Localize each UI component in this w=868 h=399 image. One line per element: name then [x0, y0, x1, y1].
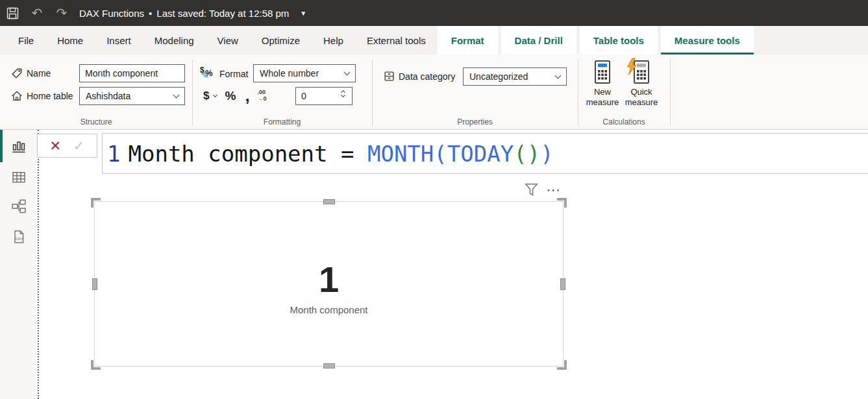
format-row: $ % ✎ Format [200, 67, 248, 80]
resize-handle-top-right[interactable] [557, 198, 567, 208]
number-format-buttons: $ % , .00 →0 [203, 89, 267, 103]
sidebar-divider [38, 130, 39, 399]
active-view-indicator [0, 130, 3, 162]
resize-handle-left[interactable] [92, 278, 97, 290]
data-category-value: Uncategorized [469, 71, 528, 82]
tab-optimize[interactable]: Optimize [253, 26, 308, 54]
formula-token: Month component [128, 141, 327, 167]
visual-filter-icon[interactable] [525, 183, 538, 200]
dax-formula-bar[interactable]: 1Month component = MONTH(TODAY()) [102, 133, 868, 174]
save-button[interactable] [0, 0, 25, 26]
card-visual[interactable]: 1 Month component [94, 201, 564, 367]
home-table-dropdown[interactable]: Ashishdata [79, 87, 185, 105]
cancel-formula-icon[interactable]: ✕ [50, 138, 62, 154]
chevron-down-icon [555, 72, 562, 79]
new-measure-button[interactable]: New measure [583, 60, 622, 108]
tab-home[interactable]: Home [49, 26, 92, 54]
format-dropdown[interactable]: Whole number [253, 64, 356, 82]
tab-view[interactable]: View [209, 26, 247, 54]
tab-help[interactable]: Help [315, 26, 352, 54]
resize-handle-top-left[interactable] [91, 198, 101, 208]
sidebar-item-dax-query-view[interactable]: DAX [10, 228, 27, 245]
formula-action-buttons: ✕ ✓ [37, 134, 97, 158]
formula-token: = [328, 141, 367, 167]
redo-icon: ↷ [56, 6, 68, 19]
lightning-bolt-icon [625, 58, 638, 76]
thousands-separator-button[interactable]: , [245, 91, 249, 101]
home-table-value: Ashishdata [86, 91, 130, 101]
measure-name-input[interactable] [79, 64, 185, 82]
group-divider [372, 60, 373, 126]
visual-more-options-icon[interactable]: ⋯ [546, 182, 561, 199]
dax-query-view-icon: DAX [11, 229, 27, 245]
svg-text:DAX: DAX [16, 237, 23, 241]
commit-formula-icon[interactable]: ✓ [73, 138, 85, 154]
resize-handle-bottom[interactable] [323, 363, 335, 369]
data-view-icon [11, 169, 27, 185]
format-value: Whole number [260, 68, 319, 79]
card-label: Month component [95, 304, 563, 315]
data-category-label: Data category [399, 71, 455, 82]
card-value: 1 [95, 261, 563, 298]
tab-file[interactable]: File [10, 26, 42, 54]
properties-group-label: Properties [372, 117, 578, 127]
redo-button[interactable]: ↷ [49, 0, 74, 26]
ribbon: Name Home table Ashishdata Structure $ %… [0, 54, 868, 130]
chevron-down-icon [173, 91, 180, 98]
powerbi-window: ↶ ↷ DAX Functions • Last saved: Today at… [0, 0, 868, 399]
formula-token: TODAY [447, 141, 514, 167]
currency-chevron-icon[interactable] [213, 92, 217, 97]
chevron-down-icon [344, 69, 351, 75]
sidebar-item-model-view[interactable] [10, 198, 27, 215]
calculator-icon [591, 60, 614, 84]
title-caret-icon[interactable]: ▼ [300, 10, 306, 17]
stepper-down-icon[interactable] [341, 93, 345, 97]
group-divider [670, 60, 671, 126]
tab-format[interactable]: Format [438, 26, 498, 54]
home-table-label: Home table [27, 91, 73, 101]
quick-measure-button[interactable]: Quick measure [622, 60, 661, 108]
tab-data-drill[interactable]: Data / Drill [501, 26, 577, 54]
document-title: DAX Functions [79, 8, 144, 19]
model-view-icon [11, 199, 27, 214]
group-divider [578, 60, 578, 126]
last-saved-text: Last saved: Today at 12:58 pm [156, 8, 289, 19]
sidebar-item-report-view[interactable] [10, 138, 27, 154]
tab-modeling[interactable]: Modeling [146, 26, 203, 54]
formula-token: MONTH [367, 141, 434, 167]
tab-measure-tools[interactable]: Measure tools [661, 26, 754, 54]
format-icon: $ % ✎ [200, 67, 216, 80]
name-label: Name [27, 68, 51, 79]
tab-external-tools[interactable]: External tools [358, 26, 434, 54]
data-category-dropdown[interactable]: Uncategorized [463, 67, 567, 86]
resize-handle-bottom-left[interactable] [91, 360, 101, 370]
resize-handle-right[interactable] [560, 278, 565, 290]
title-bullet: • [149, 8, 152, 19]
data-category-icon [384, 71, 395, 82]
currency-button[interactable]: $ [203, 90, 209, 103]
formula-line-number: 1 [107, 141, 120, 167]
formatting-group-label: Formatting [192, 117, 372, 127]
document-title-area[interactable]: DAX Functions • Last saved: Today at 12:… [79, 8, 306, 19]
undo-button[interactable]: ↶ [25, 0, 49, 26]
home-table-row: Home table [11, 90, 73, 102]
tab-insert[interactable]: Insert [98, 26, 140, 54]
percent-button[interactable]: % [225, 89, 236, 103]
resize-handle-top[interactable] [323, 199, 335, 204]
home-icon [11, 90, 23, 102]
tag-icon [11, 67, 23, 79]
decimal-places-icon[interactable]: .00 →0 [258, 90, 267, 103]
format-label: Format [219, 69, 248, 79]
group-divider [192, 60, 193, 126]
tab-table-tools[interactable]: Table tools [580, 26, 658, 54]
main-area: DAX ✕ ✓ 1Month component = MONTH(TODAY()… [0, 130, 868, 399]
view-switcher-sidebar: DAX [0, 130, 38, 399]
ribbon-tab-bar: File Home Insert Modeling View Optimize … [0, 26, 868, 54]
structure-group-label: Structure [0, 117, 192, 127]
resize-handle-bottom-right[interactable] [557, 360, 567, 370]
data-category-row: Data category [384, 71, 455, 82]
calculations-group-label: Calculations [578, 117, 670, 127]
report-view-icon [11, 138, 27, 154]
sidebar-item-data-view[interactable] [10, 169, 27, 186]
measure-name-row: Name [11, 67, 51, 79]
